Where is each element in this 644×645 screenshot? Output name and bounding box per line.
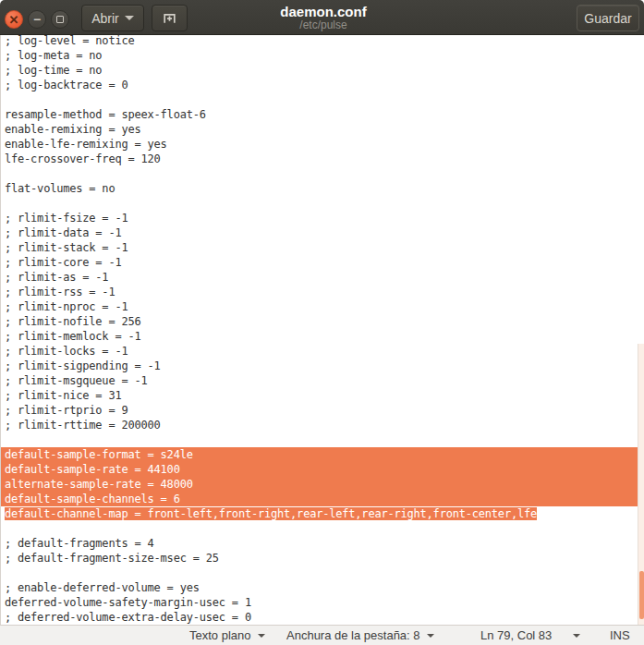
editor-line-text: ; enable-deferred-volume = yes <box>5 581 200 594</box>
gedit-window: ✕ − Abrir daemon.conf /etc/pulse Guardar <box>0 0 644 645</box>
editor-line-text: ; rlimit-stack = -1 <box>5 241 128 254</box>
editor-line[interactable]: ; rlimit-rss = -1 <box>1 285 638 299</box>
editor-line[interactable]: ; log-backtrace = 0 <box>1 78 638 92</box>
open-button[interactable]: Abrir <box>81 5 144 31</box>
insert-mode-indicator: INS <box>610 626 630 645</box>
editor-line-text: ; rlimit-rttime = 200000 <box>5 419 161 432</box>
cursor-position-label: Ln 79, Col 83 <box>480 628 552 642</box>
status-bar: Texto plano Anchura de la pestaña: 8 Ln … <box>0 625 644 645</box>
editor-line-text: default-sample-rate = 44100 <box>5 463 180 476</box>
editor-line[interactable]: ; rlimit-nofile = 256 <box>1 314 638 329</box>
editor-line[interactable]: ; deferred-volume-extra-delay-usec = 0 <box>1 610 638 625</box>
editor-line-text: ; rlimit-msgqueue = -1 <box>5 374 148 387</box>
language-selector[interactable]: Texto plano <box>189 626 265 645</box>
editor-line[interactable]: ; rlimit-rtprio = 9 <box>1 403 638 418</box>
editor-line[interactable]: resample-method = speex-float-6 <box>1 107 638 122</box>
editor-line-text: ; rlimit-locks = -1 <box>5 345 128 358</box>
editor-line-text: ; rlimit-nofile = 256 <box>5 315 141 328</box>
editor-line-text: ; rlimit-fsize = -1 <box>5 212 128 225</box>
save-button-label: Guardar <box>584 11 631 26</box>
maximize-icon <box>52 11 68 28</box>
editor-line[interactable]: ; log-level = notice <box>1 35 638 48</box>
new-tab-icon <box>162 10 177 26</box>
editor-line[interactable]: default-sample-format = s24le <box>1 447 638 462</box>
editor-line[interactable]: ; rlimit-msgqueue = -1 <box>1 373 638 388</box>
editor-line[interactable] <box>1 92 638 107</box>
editor-line[interactable]: ; rlimit-locks = -1 <box>1 344 638 359</box>
window-titles: daemon.conf /etc/pulse <box>185 0 462 35</box>
scrollbar-thumb[interactable] <box>639 571 644 619</box>
editor-line[interactable]: alternate-sample-rate = 48000 <box>1 477 638 492</box>
editor-line-text: ; log-backtrace = 0 <box>5 79 128 91</box>
editor-line[interactable] <box>1 432 638 447</box>
editor-line-text: flat-volumes = no <box>5 182 115 195</box>
editor-line-text: lfe-crossover-freq = 120 <box>5 152 161 165</box>
chevron-down-icon <box>125 16 134 20</box>
maximize-button[interactable] <box>51 10 69 29</box>
editor-line-text: alternate-sample-rate = 48000 <box>5 478 193 491</box>
close-button[interactable]: ✕ <box>5 10 23 29</box>
editor-line[interactable]: ; rlimit-as = -1 <box>1 270 638 285</box>
chevron-down-icon <box>258 634 265 638</box>
editor-line[interactable]: flat-volumes = no <box>1 181 638 196</box>
editor-line-text: ; default-fragments = 4 <box>5 537 154 550</box>
editor-line-text: deferred-volume-safety-margin-usec = 1 <box>5 596 251 609</box>
editor-line-text: ; rlimit-sigpending = -1 <box>5 359 161 372</box>
editor-line[interactable]: ; rlimit-sigpending = -1 <box>1 359 638 373</box>
editor-line[interactable]: ; rlimit-fsize = -1 <box>1 211 638 225</box>
new-document-button[interactable] <box>152 5 188 31</box>
editor-line-text: ; deferred-volume-extra-delay-usec = 0 <box>5 611 251 624</box>
editor-line[interactable] <box>1 196 638 211</box>
editor-line-text: ; rlimit-as = -1 <box>5 271 108 284</box>
minimize-icon: − <box>29 11 45 28</box>
chevron-down-icon <box>573 634 580 638</box>
text-editor-area[interactable]: ; log-level = notice; log-meta = no; log… <box>0 35 644 625</box>
editor-line[interactable]: lfe-crossover-freq = 120 <box>1 152 638 166</box>
editor-line[interactable]: ; log-meta = no <box>1 48 638 63</box>
editor-line[interactable] <box>1 566 638 580</box>
editor-line[interactable]: ; rlimit-core = -1 <box>1 255 638 270</box>
editor-lines: ; log-level = notice; log-meta = no; log… <box>1 35 638 625</box>
editor-line-text: ; log-level = notice <box>5 35 135 47</box>
editor-line[interactable]: deferred-volume-safety-margin-usec = 1 <box>1 595 638 610</box>
minimize-button[interactable]: − <box>28 10 46 29</box>
editor-line-text: default-channel-map = front-left,front-r… <box>5 507 537 520</box>
window-title: daemon.conf <box>185 4 462 19</box>
editor-line-text: enable-remixing = yes <box>5 123 141 136</box>
editor-line-text: default-sample-channels = 6 <box>5 493 180 505</box>
editor-line-text: enable-lfe-remixing = yes <box>5 138 167 151</box>
editor-line[interactable]: enable-lfe-remixing = yes <box>1 137 638 152</box>
editor-line[interactable]: ; default-fragments = 4 <box>1 536 638 551</box>
editor-line-text: default-sample-format = s24le <box>5 448 193 461</box>
editor-line-text: ; rlimit-memlock = -1 <box>5 330 141 343</box>
editor-line[interactable]: default-sample-rate = 44100 <box>1 462 638 477</box>
scrollbar-track[interactable] <box>638 344 644 625</box>
window-subtitle: /etc/pulse <box>185 19 462 30</box>
editor-line[interactable]: ; log-time = no <box>1 63 638 78</box>
header-bar: ✕ − Abrir daemon.conf /etc/pulse Guardar <box>0 0 644 35</box>
cursor-position[interactable]: Ln 79, Col 83 <box>480 626 552 645</box>
chevron-down-icon <box>427 634 434 638</box>
editor-line[interactable]: ; rlimit-rttime = 200000 <box>1 418 638 432</box>
editor-line[interactable] <box>1 166 638 181</box>
open-button-label: Abrir <box>91 11 119 26</box>
editor-line-text: ; log-meta = no <box>5 49 102 62</box>
editor-line[interactable]: ; rlimit-data = -1 <box>1 225 638 240</box>
editor-line-text: ; log-time = no <box>5 64 102 77</box>
editor-line[interactable]: ; rlimit-memlock = -1 <box>1 329 638 344</box>
editor-line[interactable]: default-channel-map = front-left,front-r… <box>1 506 638 521</box>
editor-line[interactable]: default-sample-channels = 6 <box>1 492 638 506</box>
editor-line-text: ; rlimit-nice = 31 <box>5 389 121 402</box>
editor-line[interactable]: ; default-fragment-size-msec = 25 <box>1 551 638 566</box>
editor-line-text: ; rlimit-rtprio = 9 <box>5 404 128 417</box>
editor-line[interactable]: ; enable-deferred-volume = yes <box>1 580 638 595</box>
save-button[interactable]: Guardar <box>577 5 639 31</box>
editor-line-text: resample-method = speex-float-6 <box>5 108 206 121</box>
editor-line[interactable]: ; rlimit-stack = -1 <box>1 240 638 255</box>
editor-line[interactable]: enable-remixing = yes <box>1 122 638 137</box>
editor-line[interactable] <box>1 521 638 536</box>
editor-line[interactable]: ; rlimit-nice = 31 <box>1 388 638 403</box>
editor-line[interactable]: ; rlimit-nproc = -1 <box>1 299 638 314</box>
goto-line-dropdown[interactable] <box>573 626 580 645</box>
tab-width-selector[interactable]: Anchura de la pestaña: 8 <box>286 626 434 645</box>
